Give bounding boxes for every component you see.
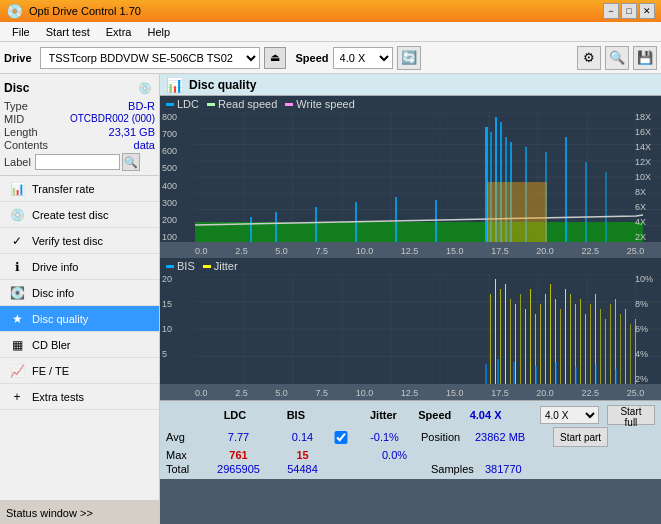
nav-items: 📊 Transfer rate 💿 Create test disc ✓ Ver… (0, 176, 159, 500)
close-button[interactable]: ✕ (639, 3, 655, 19)
y-label: 10% (635, 274, 659, 284)
svg-rect-33 (585, 162, 587, 242)
y-label: 20 (162, 274, 192, 284)
disc-fields: Type BD-R MID OTCBDR002 (000) Length 23,… (4, 100, 155, 171)
disc-length-value: 23,31 GB (109, 126, 155, 138)
menu-extra[interactable]: Extra (98, 24, 140, 40)
scan-button[interactable]: 🔍 (605, 46, 629, 70)
speed-display-select[interactable]: 4.0 X (540, 406, 599, 424)
settings-button[interactable]: ⚙ (577, 46, 601, 70)
sidebar-item-transfer-rate[interactable]: 📊 Transfer rate (0, 176, 159, 202)
x-label: 17.5 (491, 388, 509, 398)
sidebar-item-label: Extra tests (32, 391, 84, 403)
eject-button[interactable]: ⏏ (264, 47, 286, 69)
refresh-button[interactable]: 🔄 (397, 46, 421, 70)
y-label: 18X (635, 112, 659, 122)
y-label: 10X (635, 172, 659, 182)
sidebar-item-label: Transfer rate (32, 183, 95, 195)
legend-bis-label: BIS (177, 260, 195, 272)
titlebar: 💿 Opti Drive Control 1.70 − □ ✕ (0, 0, 661, 22)
max-bis: 15 (275, 449, 330, 461)
svg-rect-76 (625, 309, 626, 384)
svg-rect-68 (585, 314, 586, 384)
total-label: Total (166, 463, 202, 475)
svg-rect-59 (540, 304, 541, 384)
start-part-button[interactable]: Start part (553, 427, 608, 447)
sidebar-item-disc-quality[interactable]: ★ Disc quality (0, 306, 159, 332)
x-label: 10.0 (356, 246, 374, 256)
svg-rect-20 (315, 207, 317, 242)
x-label: 15.0 (446, 388, 464, 398)
y-label: 200 (162, 215, 192, 225)
disc-mid-label: MID (4, 113, 24, 125)
x-label: 25.0 (627, 246, 645, 256)
disc-quality-icon: ★ (8, 310, 26, 328)
jitter-checkbox[interactable] (334, 431, 348, 444)
start-full-button[interactable]: Start full (607, 405, 655, 425)
menu-file[interactable]: File (4, 24, 38, 40)
minimize-button[interactable]: − (603, 3, 619, 19)
drive-label: Drive (4, 52, 32, 64)
sidebar-item-label: FE / TE (32, 365, 69, 377)
sidebar-item-verify-test-disc[interactable]: ✓ Verify test disc (0, 228, 159, 254)
speed-select[interactable]: 4.0 X (333, 47, 393, 69)
ldc-header: LDC (204, 409, 266, 421)
titlebar-title: Opti Drive Control 1.70 (29, 5, 603, 17)
bis-header: BIS (270, 409, 322, 421)
transfer-rate-icon: 📊 (8, 180, 26, 198)
menu-start-test[interactable]: Start test (38, 24, 98, 40)
status-window[interactable]: Status window >> (0, 500, 159, 524)
sidebar-item-label: Disc quality (32, 313, 88, 325)
svg-rect-53 (510, 299, 511, 384)
sidebar-item-drive-info[interactable]: ℹ Drive info (0, 254, 159, 280)
bottom-chart-y-right: 10% 8% 6% 4% 2% (633, 274, 661, 384)
y-label: 8% (635, 299, 659, 309)
sidebar-item-label: Disc info (32, 287, 74, 299)
svg-rect-55 (520, 294, 521, 384)
samples-label: Samples (431, 463, 481, 475)
sidebar-item-disc-info[interactable]: 💽 Disc info (0, 280, 159, 306)
menu-help[interactable]: Help (139, 24, 178, 40)
total-bis: 54484 (275, 463, 330, 475)
legend-ldc-label: LDC (177, 98, 199, 110)
status-window-label: Status window >> (6, 507, 93, 519)
y-label: 800 (162, 112, 192, 122)
jitter-header: Jitter (353, 409, 415, 421)
sidebar-item-extra-tests[interactable]: + Extra tests (0, 384, 159, 410)
svg-rect-82 (535, 366, 537, 384)
drive-info-icon: ℹ (8, 258, 26, 276)
svg-rect-65 (570, 294, 571, 384)
maximize-button[interactable]: □ (621, 3, 637, 19)
y-label (162, 374, 192, 384)
content-area: 📊 Disc quality LDC Read speed Write spee… (160, 74, 661, 524)
x-label: 5.0 (275, 388, 288, 398)
speed-value: 4.04 X (470, 409, 536, 421)
y-label: 700 (162, 129, 192, 139)
legend-write-speed-label: Write speed (296, 98, 355, 110)
drive-select[interactable]: TSSTcorp BDDVDW SE-506CB TS02 (40, 47, 260, 69)
x-label: 12.5 (401, 246, 419, 256)
disc-label-input[interactable] (35, 154, 120, 170)
save-button[interactable]: 💾 (633, 46, 657, 70)
start-part-button-container: Start part (553, 427, 608, 447)
y-label: 6X (635, 202, 659, 212)
sidebar-item-cd-bler[interactable]: ▦ CD Bler (0, 332, 159, 358)
svg-rect-84 (575, 367, 577, 384)
x-label: 0.0 (195, 388, 208, 398)
bottom-chart-x-axis: 0.0 2.5 5.0 7.5 10.0 12.5 15.0 17.5 20.0… (195, 388, 661, 398)
legend-jitter-label: Jitter (214, 260, 238, 272)
disc-icon: 💿 (135, 78, 155, 98)
toolbar: Drive TSSTcorp BDDVDW SE-506CB TS02 ⏏ Sp… (0, 42, 661, 74)
sidebar-item-fe-te[interactable]: 📈 FE / TE (0, 358, 159, 384)
sidebar-item-create-test-disc[interactable]: 💿 Create test disc (0, 202, 159, 228)
svg-rect-69 (590, 304, 591, 384)
svg-rect-67 (580, 299, 581, 384)
avg-jitter: -0.1% (352, 431, 417, 443)
sidebar-item-label: Verify test disc (32, 235, 103, 247)
bottom-chart-legend: BIS Jitter (160, 258, 661, 274)
svg-rect-35 (487, 182, 547, 242)
stats-header-row: LDC BIS Jitter Speed 4.04 X 4.0 X Start … (166, 405, 655, 425)
disc-info-icon: 💽 (8, 284, 26, 302)
x-label: 7.5 (315, 246, 328, 256)
disc-label-btn[interactable]: 🔍 (122, 153, 140, 171)
